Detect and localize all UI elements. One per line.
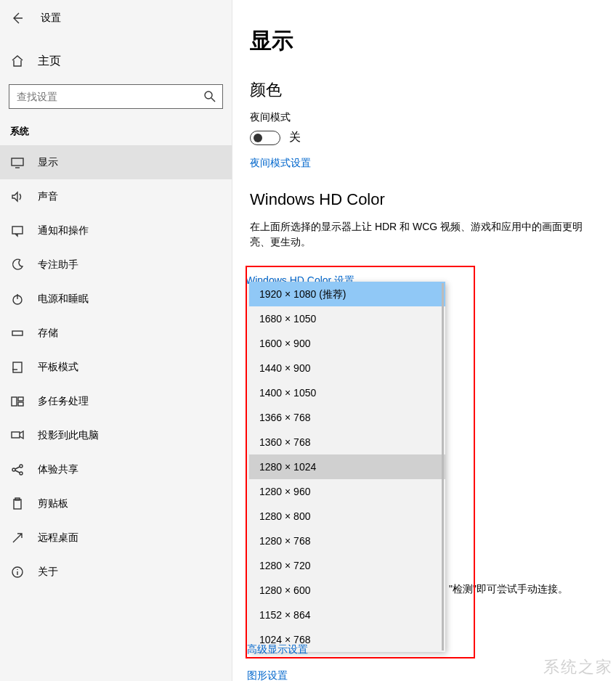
- svg-point-0: [205, 91, 212, 99]
- search-icon: [203, 89, 217, 104]
- sidebar-item-power[interactable]: 电源和睡眠: [0, 282, 232, 316]
- sidebar-item-clipboard[interactable]: 剪贴板: [0, 486, 232, 521]
- svg-point-10: [12, 468, 15, 471]
- resolution-option[interactable]: 1280 × 960: [249, 479, 445, 504]
- share-icon: [10, 462, 25, 477]
- resolution-option[interactable]: 1600 × 900: [249, 331, 445, 356]
- tablet-icon: [10, 360, 25, 375]
- clipboard-icon: [10, 497, 25, 511]
- remote-icon: [10, 531, 25, 545]
- sidebar-item-multitask[interactable]: 多任务处理: [0, 384, 232, 418]
- display-icon: [10, 155, 25, 170]
- resolution-option[interactable]: 1280 × 1024: [249, 454, 445, 479]
- advanced-display-link[interactable]: 高级显示设置: [247, 643, 308, 656]
- sidebar-item-label: 剪贴板: [38, 497, 68, 510]
- resolution-option[interactable]: 1680 × 1050: [249, 306, 445, 331]
- sidebar-item-label: 通知和操作: [38, 224, 89, 237]
- sidebar-item-remote[interactable]: 远程桌面: [0, 521, 232, 555]
- svg-rect-1: [12, 158, 23, 166]
- sidebar-item-label: 多任务处理: [38, 395, 89, 408]
- section-label: 系统: [0, 109, 232, 145]
- sidebar-item-project[interactable]: 投影到此电脑: [0, 418, 232, 452]
- graphics-settings-link[interactable]: 图形设置: [247, 669, 288, 681]
- sidebar-item-about[interactable]: 关于: [0, 555, 232, 589]
- project-icon: [10, 428, 25, 443]
- home-icon: [10, 54, 25, 68]
- svg-rect-4: [12, 331, 23, 335]
- hdcolor-description: 在上面所选择的显示器上让 HDR 和 WCG 视频、游戏和应用中的画面更明亮、更…: [250, 219, 599, 250]
- sidebar-item-tablet[interactable]: 平板模式: [0, 350, 232, 384]
- svg-point-12: [20, 472, 23, 475]
- about-icon: [10, 565, 25, 579]
- svg-rect-9: [12, 432, 20, 438]
- sidebar-item-label: 电源和睡眠: [38, 293, 89, 306]
- home-label: 主页: [38, 54, 61, 69]
- resolution-option[interactable]: 1280 × 600: [249, 578, 445, 603]
- sidebar-nav: 显示 声音 通知和操作 专注助手 电源和睡眠 存储 平板模式 多任务处理 投影到…: [0, 145, 232, 589]
- night-mode-state: 关: [289, 130, 301, 145]
- resolution-option[interactable]: 1440 × 900: [249, 356, 445, 380]
- sidebar-panel: 设置 主页 系统 显示 声音 通知和操作 专注助手 电源和睡眠 存储 平板模式 …: [0, 0, 232, 681]
- svg-rect-2: [12, 227, 23, 234]
- svg-rect-5: [13, 362, 22, 372]
- night-mode-label: 夜间模式: [250, 111, 599, 124]
- resolution-option[interactable]: 1400 × 1050: [249, 380, 445, 405]
- sidebar-item-notifications[interactable]: 通知和操作: [0, 213, 232, 248]
- sidebar-item-share[interactable]: 体验共享: [0, 452, 232, 486]
- sidebar-item-label: 存储: [38, 327, 58, 340]
- resolution-option[interactable]: 1920 × 1080 (推荐): [249, 282, 445, 306]
- scrollbar[interactable]: [442, 283, 444, 651]
- sidebar-item-label: 专注助手: [38, 258, 78, 272]
- sidebar-item-label: 关于: [38, 566, 58, 579]
- sidebar-item-storage[interactable]: 存储: [0, 316, 232, 350]
- power-icon: [10, 292, 25, 306]
- window-title: 设置: [41, 12, 61, 25]
- color-heading: 颜色: [250, 79, 599, 101]
- night-mode-settings-link[interactable]: 夜间模式设置: [250, 157, 599, 170]
- svg-rect-8: [18, 402, 23, 406]
- storage-icon: [10, 326, 25, 340]
- sound-icon: [10, 189, 25, 204]
- sidebar-item-label: 体验共享: [38, 463, 78, 476]
- night-mode-toggle[interactable]: [250, 131, 280, 145]
- notifications-icon: [10, 224, 25, 238]
- detect-hint-text: "检测"即可尝试手动连接。: [449, 583, 568, 596]
- sidebar-item-focus[interactable]: 专注助手: [0, 248, 232, 282]
- resolution-option[interactable]: 1360 × 768: [249, 430, 445, 454]
- resolution-option[interactable]: 1280 × 800: [249, 504, 445, 529]
- resolution-option[interactable]: 1280 × 720: [249, 553, 445, 578]
- sidebar-item-sound[interactable]: 声音: [0, 179, 232, 213]
- svg-rect-6: [12, 397, 17, 406]
- hdcolor-heading: Windows HD Color: [250, 190, 599, 209]
- resolution-option[interactable]: 1152 × 864: [249, 603, 445, 627]
- search-input[interactable]: [9, 84, 223, 109]
- sidebar-item-label: 显示: [38, 156, 58, 169]
- home-row[interactable]: 主页: [0, 46, 232, 76]
- sidebar-item-display[interactable]: 显示: [0, 145, 232, 179]
- sidebar-item-label: 声音: [38, 190, 58, 203]
- resolution-option[interactable]: 1366 × 768: [249, 405, 445, 430]
- sidebar-item-label: 投影到此电脑: [38, 429, 99, 442]
- page-title: 显示: [250, 26, 599, 56]
- focus-icon: [10, 258, 25, 272]
- resolution-option[interactable]: 1280 × 768: [249, 529, 445, 553]
- multitask-icon: [10, 394, 25, 409]
- svg-point-11: [20, 465, 23, 468]
- svg-rect-13: [14, 499, 21, 509]
- svg-rect-7: [18, 397, 23, 401]
- sidebar-item-label: 远程桌面: [38, 531, 78, 545]
- back-icon[interactable]: [10, 11, 25, 25]
- resolution-dropdown[interactable]: 1920 × 1080 (推荐)1680 × 10501600 × 900144…: [249, 282, 445, 652]
- sidebar-item-label: 平板模式: [38, 361, 78, 374]
